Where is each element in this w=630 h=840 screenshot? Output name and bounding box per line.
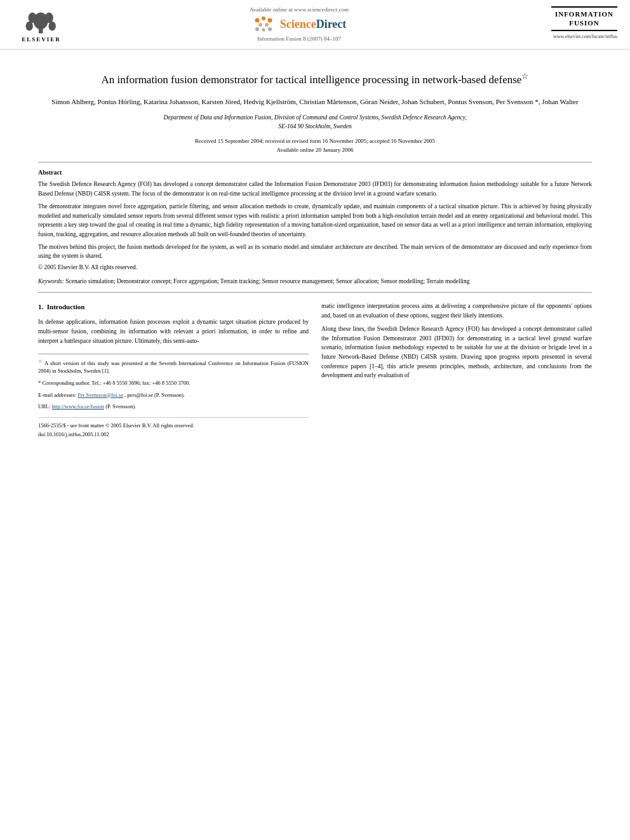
header-right: INFORMATION FUSION www.elsevier.com/loca… [528, 6, 617, 39]
svg-point-13 [268, 27, 272, 31]
journal-title-box: INFORMATION FUSION [551, 6, 617, 31]
svg-point-11 [255, 27, 259, 31]
footnote-email1[interactable]: Per.Svensson@foi.se [77, 392, 123, 398]
abstract-para3: The motives behind this project, the fus… [38, 243, 592, 261]
affiliation: Department of Data and Information Fusio… [38, 113, 592, 131]
two-col-intro: 1. Introduction In defense applications,… [38, 302, 592, 439]
abstract-para1: The Swedish Defence Research Agency (FOI… [38, 180, 592, 198]
intro-heading: 1. Introduction [38, 302, 309, 312]
col-right: matic intelligence interpretation proces… [321, 302, 592, 439]
svg-point-5 [48, 22, 55, 31]
available-online-article: Available online 20 January 2006 [38, 145, 592, 154]
svg-point-6 [255, 18, 259, 23]
footnote-area: ☆ A short version of this study was pres… [38, 354, 309, 411]
bottom-bar: 1566-2535/$ - see front matter © 2005 El… [38, 417, 309, 439]
journal-title-line1: INFORMATION [555, 10, 613, 18]
sciencedirect-text: ScienceDirect [280, 18, 347, 31]
available-online-text: Available online at www.sciencedirect.co… [250, 6, 349, 13]
keywords-label: Keywords: [38, 278, 64, 284]
sciencedirect-logo: ScienceDirect [252, 15, 347, 33]
intro-left-para1: In defense applications, information fus… [38, 317, 309, 345]
intro-right-para2: Along these lines, the Swedish Defence R… [321, 324, 592, 380]
journal-url: www.elsevier.com/locate/inffus [553, 34, 617, 39]
doi-text: doi:10.1016/j.inffus.2005.11.002 [38, 430, 309, 439]
journal-title-line2: FUSION [555, 18, 613, 27]
article-title: An information fusion demonstrator for t… [38, 71, 592, 87]
abstract-para2: The demonstrator integrates novel force … [38, 202, 592, 239]
svg-point-3 [45, 13, 53, 23]
dates: Received 15 September 2004; received in … [38, 137, 592, 155]
received-date: Received 15 September 2004; received in … [38, 137, 592, 145]
header: ELSEVIER Available online at www.science… [0, 0, 630, 50]
affiliation-line1: Department of Data and Information Fusio… [38, 113, 592, 122]
elsevier-label: ELSEVIER [22, 36, 61, 43]
svg-point-4 [25, 22, 32, 31]
footnote-url-link[interactable]: http://www.foi.se/fusion [52, 403, 105, 410]
elsevier-logo: ELSEVIER [13, 6, 70, 43]
svg-point-7 [262, 17, 265, 20]
copyright: © 2005 Elsevier B.V. All rights reserved… [38, 264, 592, 270]
page: ELSEVIER Available online at www.science… [0, 0, 630, 840]
footnote-email: E-mail addresses: Per.Svensson@foi.se , … [38, 391, 309, 399]
svg-point-10 [265, 23, 269, 27]
abstract-heading: Abstract [38, 169, 592, 176]
authors: Simon Ahlberg, Pontus Hörling, Katarina … [38, 96, 592, 108]
journal-info: Information Fusion 8 (2007) 84–107 [257, 36, 341, 42]
main-content: An information fusion demonstrator for t… [0, 50, 630, 449]
svg-point-8 [267, 18, 272, 23]
keywords-text: Scenario simulation; Demonstrator concep… [65, 278, 469, 284]
svg-point-2 [29, 13, 37, 23]
footnote-star: ☆ A short version of this study was pres… [38, 358, 309, 375]
col-left: 1. Introduction In defense applications,… [38, 302, 309, 439]
svg-point-12 [262, 29, 265, 32]
title-divider [38, 162, 592, 163]
intro-right-para1: matic intelligence interpretation proces… [321, 302, 592, 320]
abstract-section: Abstract The Swedish Defence Research Ag… [38, 169, 592, 270]
footnote-corresponding: * Corresponding author. Tel.: +46 8 5550… [38, 379, 309, 387]
keywords: Keywords: Scenario simulation; Demonstra… [38, 277, 592, 286]
issn-text: 1566-2535/$ - see front matter © 2005 El… [38, 422, 309, 430]
footnote-url: URL: http://www.foi.se/fusion (P. Svenss… [38, 403, 309, 411]
svg-point-9 [258, 23, 262, 27]
header-center: Available online at www.sciencedirect.co… [70, 6, 528, 42]
abstract-divider [38, 292, 592, 293]
affiliation-line2: SE-164 90 Stockholm, Sweden [38, 122, 592, 131]
